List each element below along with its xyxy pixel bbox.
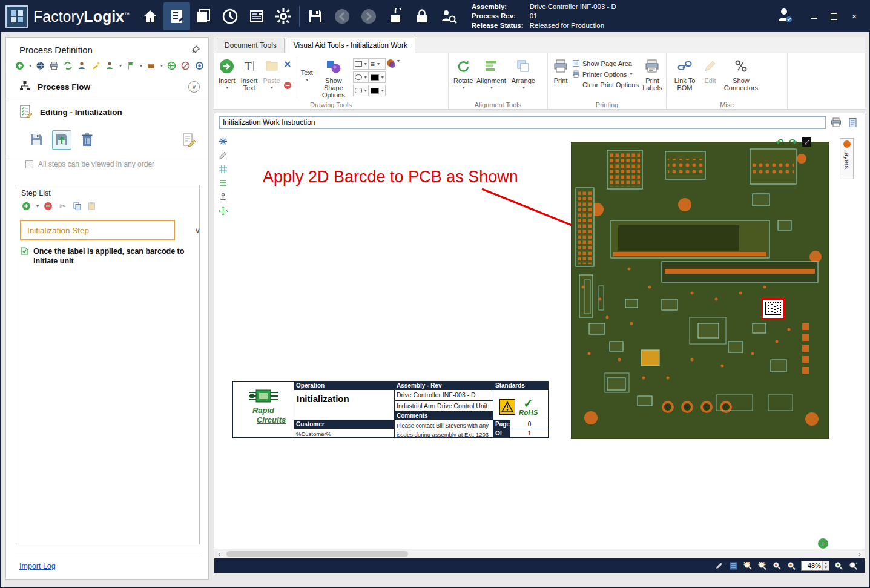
remove-shape-icon[interactable] <box>283 80 293 90</box>
list-tool-icon[interactable] <box>218 178 228 188</box>
pen-tool-icon[interactable] <box>714 561 724 571</box>
trace-search-button[interactable] <box>435 2 462 30</box>
save-button[interactable] <box>302 2 329 30</box>
zoom-all-button[interactable]: ALL <box>757 561 768 571</box>
delete-shape-icon[interactable] <box>283 59 293 69</box>
expand-icon[interactable]: ⤢ <box>802 137 811 147</box>
zoom-100-button[interactable]: 100 <box>743 561 753 571</box>
process-flow-row[interactable]: Process Flow ∨ <box>6 75 208 99</box>
maximize-button[interactable] <box>831 13 837 20</box>
forward-button[interactable] <box>355 2 382 30</box>
scroll-right-icon[interactable]: › <box>855 550 865 558</box>
record-icon[interactable] <box>194 61 205 71</box>
line-style-combo[interactable]: ≡▾ <box>369 58 386 70</box>
visual-aid-canvas[interactable]: Apply 2D Barcde to PCB as Shown <box>214 131 865 549</box>
add-step-icon[interactable] <box>21 201 31 211</box>
link-to-bom-button[interactable]: Link To BOM <box>670 55 699 93</box>
print-icon[interactable] <box>49 61 59 71</box>
dropdown-arrow-icon[interactable]: ▾ <box>140 63 142 68</box>
dropdown-arrow-icon[interactable]: ▾ <box>160 63 163 68</box>
draw-tool-icon[interactable] <box>218 150 228 160</box>
scrollbar-thumb[interactable] <box>226 551 408 557</box>
edit-document-icon[interactable] <box>846 116 860 128</box>
close-button[interactable]: × <box>850 12 858 21</box>
line-color-combo[interactable]: ▾ <box>369 71 386 83</box>
tab-visual-aid-tools[interactable]: Visual Aid Tools - Initialization Work <box>286 38 415 53</box>
add-icon[interactable] <box>15 61 25 71</box>
zoom-fit-button[interactable] <box>848 561 858 571</box>
show-shape-options-button[interactable]: Show Shape Options <box>314 55 353 101</box>
package-icon[interactable] <box>146 61 156 71</box>
shape-rect-combo[interactable]: ▾ <box>353 58 369 70</box>
work-instruction-label[interactable]: Rapid Circuits Operation Assembly - Rev … <box>232 381 549 438</box>
barcode-highlight[interactable] <box>761 298 785 320</box>
board-view-icon[interactable] <box>728 561 739 571</box>
rotate-button[interactable]: Rotate▾ <box>452 55 474 93</box>
shape-ellipse-combo[interactable]: ▾ <box>353 71 369 83</box>
zoom-spin-down[interactable]: ▼ <box>823 566 829 570</box>
print-preview-icon[interactable] <box>829 116 843 128</box>
dropdown-arrow-icon[interactable]: ▾ <box>29 63 31 68</box>
theme-combo[interactable]: ▾ <box>386 55 400 69</box>
instruction-title-input[interactable] <box>219 116 826 129</box>
anchor-tool-icon[interactable] <box>218 192 228 202</box>
production-button[interactable] <box>217 2 243 30</box>
sync-icon[interactable] <box>63 61 73 71</box>
settings-button[interactable] <box>270 2 297 30</box>
tab-document-tools[interactable]: Document Tools <box>217 38 285 53</box>
back-button[interactable] <box>329 2 355 30</box>
materials-button[interactable] <box>190 2 217 30</box>
layers-tab[interactable]: Layers <box>840 138 854 179</box>
annotation-text[interactable]: Apply 2D Barcde to PCB as Shown <box>263 168 518 187</box>
redo-icon[interactable]: ↷ <box>789 137 797 147</box>
pan-tool-icon[interactable] <box>218 206 228 216</box>
select-tool-icon[interactable] <box>218 136 228 146</box>
dropdown-arrow-icon[interactable]: ▾ <box>119 63 122 68</box>
edit-notes-button[interactable] <box>179 130 199 150</box>
collapse-arrow-icon[interactable]: ∨ <box>188 81 200 93</box>
zoom-in-button[interactable] <box>834 561 844 571</box>
arrange-button[interactable]: Arrange▾ <box>508 55 538 93</box>
print-button[interactable]: Print <box>552 55 570 86</box>
fill-color-combo[interactable]: ▾ <box>369 85 386 96</box>
show-connectors-button[interactable]: Show Connectors <box>721 55 761 93</box>
print-labels-button[interactable]: Print Labels <box>641 55 664 93</box>
minimize-button[interactable] <box>811 14 817 19</box>
web-icon[interactable] <box>166 61 177 71</box>
user-icon[interactable] <box>776 6 794 27</box>
flag-icon[interactable] <box>125 61 136 71</box>
dropdown-arrow-icon[interactable]: ▾ <box>36 203 39 209</box>
cut-icon[interactable]: ✂ <box>58 201 68 211</box>
save-import-button[interactable] <box>52 130 71 150</box>
horizontal-scrollbar[interactable]: ‹ › <box>214 549 865 558</box>
user-green-icon[interactable] <box>105 61 115 71</box>
grid-tool-icon[interactable] <box>218 164 228 174</box>
paste-icon[interactable] <box>87 201 97 211</box>
shape-rounded-combo[interactable]: ▾ <box>353 85 369 96</box>
show-page-area-option[interactable]: Show Page Area <box>572 59 639 67</box>
undo-icon[interactable]: ↶ <box>776 137 784 147</box>
clear-print-options-option[interactable]: Clear Print Options <box>572 81 639 88</box>
process-definition-button[interactable] <box>163 2 190 30</box>
remove-step-icon[interactable] <box>43 201 53 211</box>
copy-icon[interactable] <box>72 201 82 211</box>
delete-step-button[interactable] <box>77 130 97 150</box>
wand-icon[interactable] <box>91 61 101 71</box>
zoom-region-button[interactable] <box>786 561 797 571</box>
alignment-button[interactable]: Alignment▾ <box>474 55 508 93</box>
edit-button[interactable]: Edit <box>699 55 721 86</box>
pcb-image[interactable] <box>571 142 829 439</box>
zoom-fit-icon[interactable]: + <box>818 538 828 549</box>
text-button[interactable]: Text▾ <box>300 55 314 97</box>
scroll-left-icon[interactable]: ‹ <box>214 550 224 558</box>
any-order-checkbox[interactable] <box>25 160 33 168</box>
zoom-out-button[interactable] <box>772 561 782 571</box>
zoom-input[interactable] <box>802 561 822 570</box>
insert-text-button[interactable]: TInsert Text <box>237 55 262 93</box>
home-button[interactable] <box>137 2 163 30</box>
user-assign-icon[interactable] <box>77 61 87 71</box>
step-item-initialization[interactable]: Initialization Step ∨ <box>20 220 175 240</box>
pin-icon[interactable] <box>192 45 200 55</box>
lock-button[interactable] <box>409 2 435 30</box>
globe-icon[interactable] <box>35 61 45 71</box>
